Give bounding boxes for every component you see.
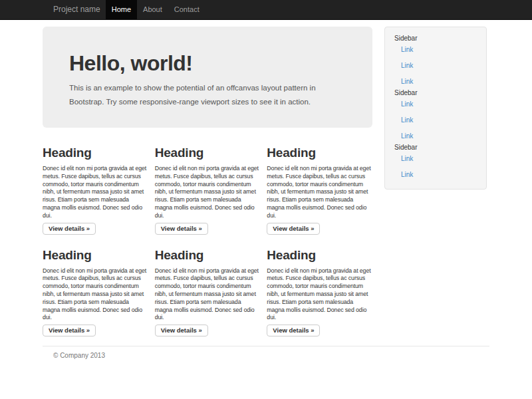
sidebar-group-title: Sidebar — [394, 35, 477, 42]
sidebar-link[interactable]: Link — [385, 58, 486, 74]
page-title: Hello, world! — [69, 51, 346, 76]
navbar-container: Project name Home About Contact — [43, 0, 489, 19]
sidebar-group-2: Sidebar Link Link Link — [385, 90, 486, 144]
card-heading: Heading — [267, 145, 372, 160]
cards-row-1: Heading Donec id elit non mi porta gravi… — [43, 145, 372, 235]
card-body-text: Donec id elit non mi porta gravida at eg… — [43, 267, 148, 323]
card: Heading Donec id elit non mi porta gravi… — [43, 247, 148, 337]
jumbotron-description: This is an example to show the potential… — [69, 81, 346, 109]
sidebar-link[interactable]: Link — [385, 151, 486, 167]
card-heading: Heading — [155, 247, 261, 263]
card-heading: Heading — [155, 145, 261, 160]
view-details-button[interactable]: View details » — [155, 223, 208, 235]
nav-item-about: About — [137, 0, 168, 19]
nav-item-contact: Contact — [168, 0, 205, 19]
card-heading: Heading — [43, 145, 148, 160]
card-body-text: Donec id elit non mi porta gravida at eg… — [155, 165, 261, 220]
footer: © Company 2013 — [43, 346, 489, 359]
view-details-button[interactable]: View details » — [155, 325, 208, 336]
sidebar-link[interactable]: Link — [385, 128, 486, 144]
view-details-button[interactable]: View details » — [267, 223, 320, 235]
card: Heading Donec id elit non mi porta gravi… — [43, 145, 148, 235]
sidebar-group-title: Sidebar — [394, 144, 477, 151]
sidebar: Sidebar Link Link Link Sidebar Link Link… — [384, 27, 487, 190]
view-details-button[interactable]: View details » — [43, 325, 96, 336]
sidebar-group-1: Sidebar Link Link Link — [385, 35, 486, 90]
sidebar-link[interactable]: Link — [385, 167, 486, 183]
sidebar-link[interactable]: Link — [385, 74, 486, 90]
card-body-text: Donec id elit non mi porta gravida at eg… — [43, 165, 148, 220]
card: Heading Donec id elit non mi porta gravi… — [155, 145, 261, 235]
page: Project name Home About Contact Hello, w… — [0, 0, 532, 399]
card-heading: Heading — [43, 247, 148, 263]
sidebar-link[interactable]: Link — [385, 96, 486, 112]
view-details-button[interactable]: View details » — [267, 325, 320, 336]
card-body-text: Donec id elit non mi porta gravida at eg… — [267, 267, 372, 323]
navbar-brand[interactable]: Project name — [43, 0, 106, 19]
nav-link-home[interactable]: Home — [106, 0, 137, 19]
sidebar-link[interactable]: Link — [385, 42, 486, 58]
card-body-text: Donec id elit non mi porta gravida at eg… — [267, 165, 372, 220]
card: Heading Donec id elit non mi porta gravi… — [267, 145, 372, 235]
card-heading: Heading — [267, 247, 372, 263]
content-row: Hello, world! This is an example to show… — [43, 27, 489, 336]
main-column: Hello, world! This is an example to show… — [43, 27, 372, 336]
nav-link-about[interactable]: About — [137, 0, 168, 19]
jumbotron: Hello, world! This is an example to show… — [43, 27, 372, 128]
sidebar-group-title: Sidebar — [394, 90, 477, 96]
sidebar-link[interactable]: Link — [385, 112, 486, 128]
page-container: Hello, world! This is an example to show… — [43, 27, 489, 359]
card: Heading Donec id elit non mi porta gravi… — [267, 247, 372, 337]
view-details-button[interactable]: View details » — [43, 223, 96, 235]
card: Heading Donec id elit non mi porta gravi… — [155, 247, 261, 337]
nav-link-contact[interactable]: Contact — [168, 0, 205, 19]
sidebar-group-3: Sidebar Link Link — [385, 144, 486, 183]
cards-row-2: Heading Donec id elit non mi porta gravi… — [43, 247, 372, 337]
nav-item-home: Home — [106, 0, 137, 19]
copyright-text: © Company 2013 — [53, 352, 479, 359]
card-body-text: Donec id elit non mi porta gravida at eg… — [155, 267, 261, 323]
navbar-menu: Home About Contact — [106, 0, 205, 19]
navbar: Project name Home About Contact — [0, 0, 532, 20]
